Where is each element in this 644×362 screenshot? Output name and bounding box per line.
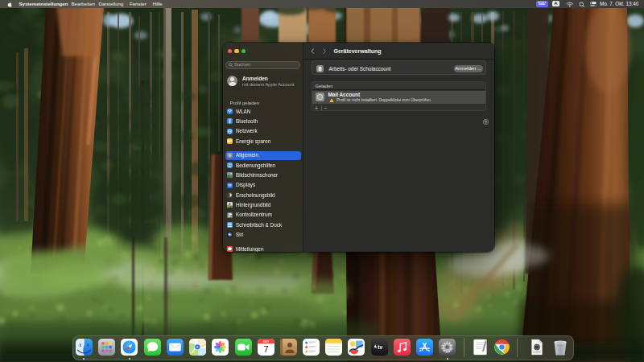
svg-text:tv: tv	[378, 344, 382, 350]
svg-text:COMIC: COMIC	[533, 351, 540, 354]
svg-text:OKT: OKT	[262, 340, 269, 343]
svg-text:7: 7	[263, 344, 268, 354]
